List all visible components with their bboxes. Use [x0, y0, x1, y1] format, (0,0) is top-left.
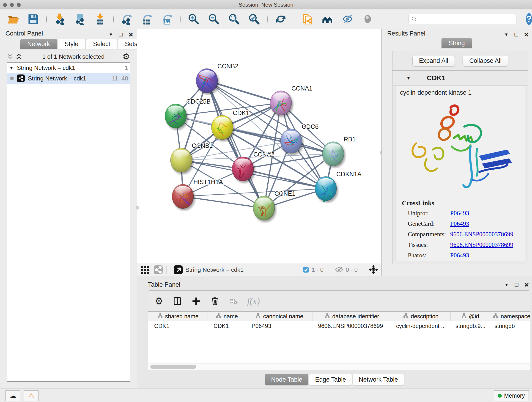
network-view[interactable]: CCNB2CCNA1CDC25BCDK1CDC6RB1CCNB1CCNA2CDK…: [137, 29, 381, 276]
network-options-gear-icon[interactable]: ⚙: [123, 52, 130, 61]
search-box[interactable]: [408, 14, 516, 24]
columns-icon[interactable]: [172, 296, 182, 306]
node-CCNA1[interactable]: CCNA1: [270, 85, 312, 115]
panel-collapse-icon[interactable]: ▼: [505, 283, 509, 287]
left-splitter-handle[interactable]: [136, 206, 139, 210]
column-header-canonical-name[interactable]: canonical name: [246, 312, 313, 321]
network-collection-row[interactable]: ▼ String Network – cdk1 1: [7, 63, 130, 73]
panel-float-icon[interactable]: □: [515, 282, 518, 288]
string-network-icon: [17, 75, 25, 82]
expand-all-networks-icon[interactable]: [16, 53, 22, 60]
expand-all-button[interactable]: Expand All: [412, 55, 455, 66]
gene-expander-icon[interactable]: ▼: [406, 75, 411, 81]
node-CCNB1[interactable]: CCNB1: [171, 142, 213, 172]
zoom-out-icon[interactable]: [208, 13, 220, 25]
scrollbar-thumb[interactable]: [150, 365, 196, 369]
panel-close-icon[interactable]: ×: [524, 281, 529, 288]
gear-icon[interactable]: ⚙: [155, 295, 163, 307]
table-cell[interactable]: cyclin-dependent ...: [390, 321, 450, 331]
tab-network-table[interactable]: Network Table: [353, 374, 404, 385]
tab-string[interactable]: String: [442, 38, 472, 48]
collapse-all-networks-icon[interactable]: [7, 53, 13, 60]
edge-HIST1H1A-CCNE1[interactable]: [183, 196, 264, 208]
table-cell[interactable]: CDK1: [208, 321, 246, 331]
crosslink-link[interactable]: P06493: [450, 252, 469, 259]
network-row[interactable]: String Network – cdk1 11 48: [7, 73, 130, 84]
node-RB1[interactable]: RB1: [322, 136, 356, 166]
panel-collapse-icon[interactable]: ▼: [504, 32, 509, 37]
network-graph[interactable]: CCNB2CCNA1CDC25BCDK1CDC6RB1CCNB1CCNA2CDK…: [137, 29, 381, 264]
panel-close-icon[interactable]: ×: [524, 31, 529, 38]
tree-expander-icon[interactable]: ▼: [9, 65, 14, 70]
save-icon[interactable]: [27, 13, 39, 25]
table-cell[interactable]: stringdb:9...: [450, 321, 488, 331]
export-image-icon[interactable]: [161, 13, 173, 25]
open-icon[interactable]: [7, 13, 19, 25]
import-database-icon[interactable]: [74, 13, 86, 25]
panel-close-icon[interactable]: ×: [128, 31, 133, 38]
column-header-database-identifier[interactable]: database identifier: [313, 312, 391, 321]
table-horizontal-scrollbar[interactable]: [148, 364, 530, 370]
memory-button[interactable]: Memory: [494, 390, 529, 401]
fx-icon[interactable]: f(x): [247, 296, 260, 306]
panel-collapse-icon[interactable]: ▼: [109, 32, 113, 37]
warnings-button[interactable]: ⚠: [24, 390, 38, 401]
help-icon[interactable]: ?: [526, 13, 532, 25]
add-icon[interactable]: [191, 296, 201, 306]
node-CCNE1[interactable]: CCNE1: [253, 190, 296, 220]
node-CDKN1A[interactable]: CDKN1A: [315, 171, 361, 202]
column-header-shared-name[interactable]: shared name: [148, 312, 208, 321]
grid-view-icon[interactable]: [141, 265, 150, 274]
edge-CCNB2-CCNA1[interactable]: [207, 81, 281, 103]
table-row[interactable]: CDK1CDK1P064939606.ENSP00000378699cyclin…: [148, 321, 530, 331]
node-HIST1H1A[interactable]: HIST1H1A: [172, 179, 223, 209]
trash-icon[interactable]: [210, 296, 220, 306]
import-table-icon[interactable]: [94, 13, 106, 25]
crosslink-link[interactable]: P06493: [450, 210, 469, 217]
tab-edge-table[interactable]: Edge Table: [309, 374, 352, 385]
birdseye-view-icon[interactable]: [173, 265, 183, 274]
tab-style[interactable]: Style: [57, 39, 85, 49]
table-cell[interactable]: 9606.ENSP00000378699: [312, 321, 390, 331]
export-network-icon[interactable]: [120, 13, 133, 25]
crosslink-link[interactable]: P06493: [450, 220, 469, 227]
table-cell[interactable]: stringdb: [488, 321, 532, 331]
zoom-selected-icon[interactable]: [248, 13, 260, 25]
cloud-status-button[interactable]: ☁: [6, 390, 20, 401]
crosslink-link[interactable]: 9606.ENSP00000378699: [450, 231, 513, 238]
table-cell[interactable]: CDK1: [148, 321, 208, 331]
search-input[interactable]: [419, 16, 516, 22]
export-table-icon[interactable]: [141, 13, 153, 25]
refresh-icon[interactable]: [274, 13, 287, 25]
column-type-icon: [255, 313, 261, 320]
zoom-in-icon[interactable]: [187, 13, 200, 25]
table-cell[interactable]: P06493: [246, 321, 312, 331]
delete-table-icon[interactable]: [229, 297, 238, 306]
crosslink-link[interactable]: 9606.ENSP00000378699: [450, 241, 513, 248]
share-document-icon[interactable]: [301, 13, 313, 25]
node-CCNA2[interactable]: CCNA2: [232, 151, 274, 181]
hide-selected-icon[interactable]: [341, 13, 354, 25]
tab-node-table[interactable]: Node Table: [265, 374, 308, 385]
collapse-all-button[interactable]: Collapse All: [462, 55, 508, 66]
selected-counts: 1 - 0: [312, 266, 323, 274]
node-CDC25B[interactable]: CDC25B: [165, 98, 211, 128]
panel-float-icon[interactable]: □: [119, 32, 123, 37]
crosslink-row: GeneCard:P06493: [408, 220, 469, 227]
pan-crosshair-icon[interactable]: [369, 265, 378, 274]
column-header-name[interactable]: name: [208, 312, 246, 321]
column-header-@id[interactable]: @id: [451, 312, 490, 321]
tab-select[interactable]: Select: [86, 39, 117, 49]
import-network-icon[interactable]: [54, 13, 66, 25]
panel-float-icon[interactable]: □: [514, 32, 518, 37]
node-label-CDK1: CDK1: [233, 109, 249, 116]
zoom-fit-icon[interactable]: [228, 13, 240, 25]
string-style-icon[interactable]: [153, 265, 163, 274]
home-pages-icon[interactable]: [321, 13, 334, 25]
column-header-description[interactable]: description: [391, 312, 451, 321]
edge-CCNB2-CCNE1[interactable]: [207, 81, 264, 208]
selected-nodes-checkbox-icon[interactable]: [302, 266, 309, 273]
tab-network[interactable]: Network: [20, 39, 57, 49]
column-header-namespace[interactable]: namespace: [490, 312, 532, 321]
show-all-icon[interactable]: [361, 13, 374, 25]
